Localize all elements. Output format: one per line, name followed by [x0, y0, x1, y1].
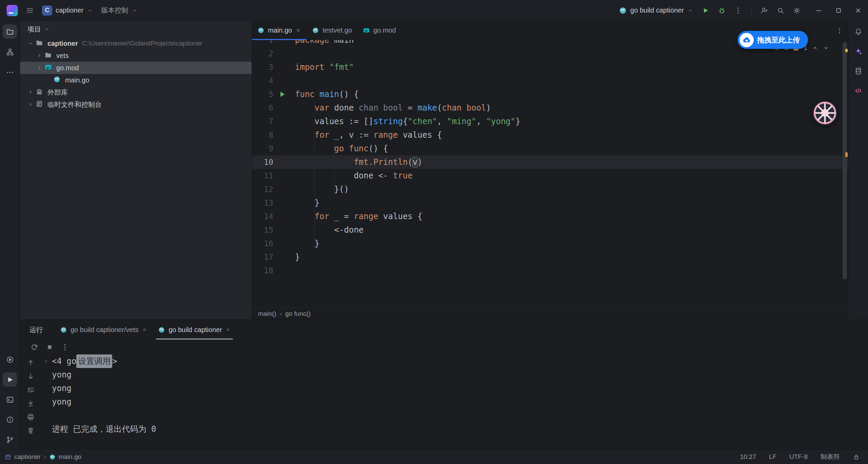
lock-icon[interactable] — [853, 453, 860, 461]
editor-tab-main.go[interactable]: main.go — [252, 21, 307, 40]
debug-button[interactable] — [714, 3, 730, 18]
chevron-right-icon[interactable] — [34, 53, 44, 59]
code-line-5[interactable]: 5func main() { — [252, 88, 848, 101]
terminal-tool-button[interactable] — [3, 392, 17, 407]
chevron-right-icon[interactable] — [25, 101, 36, 108]
code-line-2[interactable]: 2 — [252, 47, 848, 60]
editor-tab-go.mod[interactable]: gogo.mod — [357, 21, 401, 40]
endpoints-tool-button[interactable] — [851, 83, 865, 98]
file-encoding[interactable]: UTF-8 — [789, 453, 808, 461]
git-tool-button[interactable] — [3, 432, 17, 447]
code-text[interactable]: done <- true — [295, 169, 413, 182]
project-panel-header[interactable]: 项目 — [20, 21, 252, 37]
structure-tool-button[interactable] — [3, 45, 17, 59]
overlay-avatar[interactable] — [812, 100, 838, 126]
fold-chevron-icon[interactable] — [43, 354, 52, 368]
upload-overlay-button[interactable]: 拖拽至此上传 — [737, 31, 808, 49]
code-line-18[interactable]: 18 — [252, 264, 848, 277]
indent-style[interactable]: 制表符 — [821, 452, 840, 461]
problems-tool-button[interactable] — [3, 412, 17, 427]
notifications-button[interactable] — [851, 24, 865, 39]
tree-item-go.mod[interactable]: gogo.mod — [20, 62, 252, 74]
statusbar-breadcrumb[interactable]: captioner › main.go — [5, 453, 81, 461]
code-line-4[interactable]: 4 — [252, 74, 848, 88]
print-icon[interactable] — [26, 413, 35, 421]
maximize-button[interactable] — [829, 0, 848, 21]
line-separator[interactable]: LF — [769, 453, 776, 461]
tree-item-外部库[interactable]: 外部库 — [20, 86, 252, 98]
stripe-warning-mark[interactable] — [845, 152, 848, 157]
next-problem-icon[interactable] — [823, 44, 830, 52]
code-text[interactable]: func main() { — [295, 88, 359, 101]
close-tab-icon[interactable] — [142, 327, 147, 332]
chevron-right-icon[interactable] — [25, 89, 36, 95]
editor-scrollbar[interactable] — [843, 42, 847, 279]
prev-problem-icon[interactable] — [811, 44, 818, 52]
code-line-10[interactable]: 10 fmt.Println(v) — [252, 155, 848, 169]
code-area[interactable]: 1package main23import "fmt"45func main()… — [252, 40, 848, 307]
rerun-icon[interactable] — [30, 343, 39, 351]
tree-item-vets[interactable]: vets — [20, 50, 252, 62]
code-text[interactable]: import "fmt" — [295, 60, 354, 74]
code-line-16[interactable]: 16 } — [252, 237, 848, 250]
chevron-right-icon[interactable] — [34, 65, 44, 71]
code-text[interactable]: } — [295, 237, 319, 250]
code-line-17[interactable]: 17} — [252, 250, 848, 264]
project-tool-button[interactable] — [3, 24, 17, 39]
code-line-13[interactable]: 13 } — [252, 196, 848, 210]
chevron-down-icon[interactable] — [25, 40, 36, 46]
scroll-to-end-icon[interactable] — [26, 399, 35, 408]
arrow-up-icon[interactable] — [26, 359, 35, 367]
code-with-me-button[interactable] — [756, 3, 772, 18]
code-text[interactable]: go func() { — [295, 142, 388, 155]
run-line-icon[interactable] — [278, 90, 287, 99]
code-line-8[interactable]: 8 for _, v := range values { — [252, 128, 848, 142]
code-text[interactable]: } — [295, 196, 319, 210]
folded-calls-chip[interactable]: 设置调用 — [76, 354, 112, 368]
code-line-7[interactable]: 7 values := []string{"chen", "ming", "yo… — [252, 115, 848, 128]
services-tool-button[interactable] — [3, 352, 17, 367]
ai-assistant-button[interactable] — [851, 44, 865, 58]
project-selector[interactable]: C captioner — [38, 3, 97, 18]
close-button[interactable] — [848, 0, 868, 21]
breadcrumb-item[interactable]: main() — [258, 310, 276, 317]
code-text[interactable]: values := []string{"chen", "ming", "yong… — [295, 115, 520, 128]
main-menu-button[interactable] — [22, 3, 38, 18]
clear-console-icon[interactable] — [26, 426, 35, 435]
vcs-selector[interactable]: 版本控制 — [97, 3, 142, 18]
code-line-15[interactable]: 15 <-done — [252, 223, 848, 237]
code-text[interactable]: for _, v := range values { — [295, 128, 442, 142]
code-text[interactable]: } — [295, 250, 300, 264]
minimize-button[interactable] — [809, 0, 829, 21]
code-line-9[interactable]: 9 go func() { — [252, 142, 848, 155]
editor-tab-testvet.go[interactable]: testvet.go — [307, 21, 357, 40]
run-tab-go build captioner[interactable]: go build captioner — [153, 320, 236, 340]
search-everywhere-button[interactable] — [772, 3, 789, 18]
settings-button[interactable] — [789, 3, 805, 18]
run-configuration-selector[interactable]: go build captioner — [615, 3, 697, 18]
run-tool-button[interactable] — [3, 372, 17, 387]
tree-item-main.go[interactable]: main.go — [20, 74, 252, 86]
console-output[interactable]: <4 go 设置调用>yongyongyong进程 已完成，退出代码为 0 — [20, 354, 868, 436]
tree-item-临时文件和控制台[interactable]: 临时文件和控制台 — [20, 98, 252, 111]
code-line-3[interactable]: 3import "fmt" — [252, 60, 848, 74]
close-tab-icon[interactable] — [295, 27, 301, 33]
tab-options-button[interactable] — [836, 21, 843, 40]
stripe-warning-mark[interactable] — [845, 49, 848, 52]
caret-position[interactable]: 10:27 — [740, 453, 756, 461]
close-tab-icon[interactable] — [225, 327, 231, 332]
run-button[interactable] — [697, 3, 714, 18]
arrow-down-icon[interactable] — [26, 372, 35, 381]
more-actions-button[interactable] — [730, 3, 746, 18]
soft-wrap-icon[interactable] — [26, 386, 35, 394]
tree-item-captioner[interactable]: captionerC:\Users\meowr\GolandProjects\c… — [20, 37, 252, 50]
stop-icon[interactable] — [45, 343, 54, 351]
code-text[interactable]: }() — [295, 182, 349, 196]
database-tool-button[interactable] — [851, 64, 865, 78]
more-tools-button[interactable] — [3, 65, 17, 79]
kebab-menu-icon[interactable] — [61, 343, 69, 351]
code-line-14[interactable]: 14 for _ = range values { — [252, 210, 848, 223]
code-text[interactable]: package main — [295, 40, 354, 47]
code-line-11[interactable]: 11 done <- true — [252, 169, 848, 182]
run-tab-go build captioner/vets[interactable]: go build captioner/vets — [55, 320, 153, 340]
